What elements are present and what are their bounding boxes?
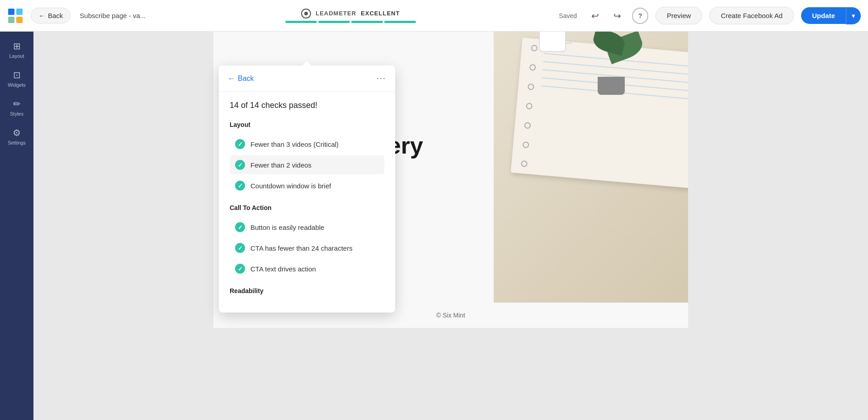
check-item-fewer-2-videos: Fewer than 2 videos bbox=[230, 155, 384, 174]
back-button[interactable]: ← Back bbox=[31, 8, 71, 23]
svg-rect-0 bbox=[8, 9, 14, 15]
checks-passed-text: 14 of 14 checks passed! bbox=[230, 101, 384, 110]
check-icon-3 bbox=[235, 181, 245, 191]
sidebar-item-settings[interactable]: ⚙ Settings bbox=[0, 123, 33, 150]
styles-icon: ✏ bbox=[13, 98, 21, 109]
update-button-group: Update ▾ bbox=[801, 7, 861, 24]
popup-back-button[interactable]: ← Back bbox=[228, 75, 254, 83]
page-title: Subscribe page - va... bbox=[80, 12, 146, 19]
saved-status: Saved bbox=[559, 12, 577, 19]
check-item-button-readable: Button is easily readable bbox=[230, 218, 384, 237]
progress-bar-3 bbox=[351, 21, 383, 23]
check-icon-6 bbox=[235, 264, 245, 274]
hero-image-area bbox=[494, 32, 688, 303]
widgets-icon: ⊡ bbox=[13, 70, 21, 80]
progress-bar-4 bbox=[384, 21, 416, 23]
main-canvas-area: SIXMINT Your Inbox Everyonth ter than we… bbox=[33, 32, 868, 420]
svg-rect-2 bbox=[8, 17, 14, 23]
leadmeter-popup: ← Back ··· 14 of 14 checks passed! Layou… bbox=[219, 65, 395, 313]
cup-body bbox=[539, 32, 566, 52]
leadmeter-section: LEADMETER EXCELLENT bbox=[153, 9, 548, 23]
settings-icon: ⚙ bbox=[13, 127, 21, 138]
update-button[interactable]: Update bbox=[801, 7, 846, 24]
help-button[interactable]: ? bbox=[632, 8, 648, 24]
popup-more-button[interactable]: ··· bbox=[377, 74, 386, 83]
header: ← Back Subscribe page - va... LEADMETER … bbox=[0, 0, 868, 32]
layout-section: Layout Fewer than 3 videos (Critical) Fe… bbox=[230, 121, 384, 195]
check-icon-4 bbox=[235, 222, 245, 232]
check-label-2: Fewer than 2 videos bbox=[250, 161, 311, 169]
create-facebook-ad-button[interactable]: Create Facebook Ad bbox=[709, 7, 794, 24]
sidebar-item-styles[interactable]: ✏ Styles bbox=[0, 94, 33, 121]
sidebar-item-layout-label: Layout bbox=[9, 53, 24, 59]
sidebar-item-layout[interactable]: ⊞ Layout bbox=[0, 36, 33, 63]
fb-ad-label: Create Facebook Ad bbox=[721, 12, 783, 19]
progress-bar-1 bbox=[285, 21, 317, 23]
preview-label: Preview bbox=[667, 12, 691, 19]
spiral-ring-7 bbox=[521, 160, 528, 167]
cup-visual bbox=[530, 32, 575, 63]
check-label-5: CTA has fewer than 24 characters bbox=[250, 244, 353, 252]
check-label-4: Button is easily readable bbox=[250, 224, 324, 231]
popup-arrow bbox=[302, 61, 312, 66]
sidebar-item-settings-label: Settings bbox=[8, 140, 26, 145]
app-logo bbox=[7, 8, 24, 24]
check-label-6: CTA text drives action bbox=[250, 265, 316, 273]
spiral-ring-6 bbox=[523, 141, 529, 148]
svg-rect-1 bbox=[16, 9, 23, 15]
cta-section-title: Call To Action bbox=[230, 204, 384, 211]
readability-section: Readability bbox=[230, 287, 384, 294]
chevron-down-icon: ▾ bbox=[852, 12, 855, 19]
leadmeter-icon bbox=[301, 9, 311, 19]
spiral-ring-2 bbox=[529, 64, 536, 71]
help-icon: ? bbox=[638, 12, 642, 19]
check-item-fewer-3-videos: Fewer than 3 videos (Critical) bbox=[230, 135, 384, 154]
check-icon-1 bbox=[235, 139, 245, 149]
layout-section-title: Layout bbox=[230, 121, 384, 128]
popup-header: ← Back ··· bbox=[219, 65, 395, 92]
footer-text: © Six Mint bbox=[436, 312, 465, 319]
spiral-ring-3 bbox=[528, 84, 534, 90]
back-label: Back bbox=[48, 12, 63, 19]
layout-icon: ⊞ bbox=[13, 41, 21, 51]
cta-section: Call To Action Button is easily readable… bbox=[230, 204, 384, 278]
popup-back-arrow-icon: ← bbox=[228, 75, 235, 83]
readability-section-title: Readability bbox=[230, 287, 384, 294]
preview-button[interactable]: Preview bbox=[656, 7, 702, 24]
update-label: Update bbox=[812, 12, 835, 19]
check-icon-5 bbox=[235, 243, 245, 253]
check-label-3: Countdown window is brief bbox=[250, 182, 331, 190]
plant-leaf-2 bbox=[591, 32, 627, 56]
update-dropdown-button[interactable]: ▾ bbox=[846, 7, 861, 24]
check-item-countdown: Countdown window is brief bbox=[230, 176, 384, 195]
check-item-cta-drives-action: CTA text drives action bbox=[230, 259, 384, 278]
plant-pot bbox=[598, 77, 625, 95]
check-label-1: Fewer than 3 videos (Critical) bbox=[250, 140, 339, 148]
redo-button[interactable]: ↪ bbox=[610, 9, 625, 23]
check-icon-2 bbox=[235, 160, 245, 170]
popup-back-label: Back bbox=[238, 75, 254, 83]
plant-visual bbox=[571, 32, 652, 95]
progress-bars bbox=[285, 21, 416, 23]
page-canvas: SIXMINT Your Inbox Everyonth ter than we… bbox=[33, 32, 868, 420]
progress-bar-2 bbox=[318, 21, 350, 23]
check-item-cta-chars: CTA has fewer than 24 characters bbox=[230, 238, 384, 257]
excellent-label: EXCELLENT bbox=[361, 10, 400, 17]
undo-button[interactable]: ↩ bbox=[588, 9, 603, 23]
sidebar-item-styles-label: Styles bbox=[10, 111, 24, 117]
spiral-ring-4 bbox=[526, 103, 533, 109]
leadmeter-label: LEADMETER bbox=[316, 10, 356, 17]
sidebar-item-widgets[interactable]: ⊡ Widgets bbox=[0, 65, 33, 92]
popup-body: 14 of 14 checks passed! Layout Fewer tha… bbox=[219, 92, 395, 313]
sidebar-item-widgets-label: Widgets bbox=[8, 82, 26, 88]
sidebar: ⊞ Layout ⊡ Widgets ✏ Styles ⚙ Settings bbox=[0, 32, 33, 420]
popup-more-icon: ··· bbox=[377, 74, 386, 83]
svg-rect-3 bbox=[16, 17, 23, 23]
cup-handle bbox=[565, 33, 573, 44]
back-arrow-icon: ← bbox=[38, 12, 45, 19]
spiral-ring-5 bbox=[524, 122, 531, 129]
